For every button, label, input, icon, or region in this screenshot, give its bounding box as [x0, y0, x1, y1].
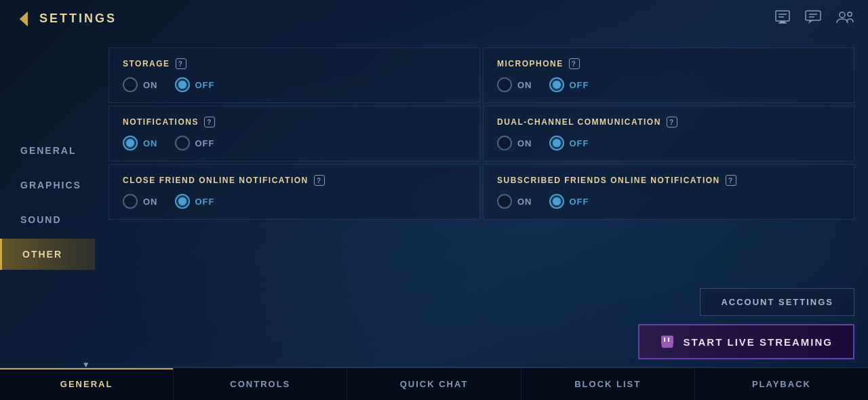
settings-grid: STORAGE ? ON OFF MICROPHONE ? [108, 47, 854, 220]
svg-rect-6 [806, 11, 821, 20]
bottom-tabs: ▼ GENERAL CONTROLS QUICK CHAT BLOCK LIST… [0, 367, 868, 400]
sidebar-item-other[interactable]: OTHER [0, 239, 95, 270]
dual-channel-help-icon[interactable]: ? [667, 117, 677, 127]
chat-icon[interactable] [804, 9, 822, 28]
svg-point-10 [840, 12, 845, 18]
tab-block-list[interactable]: BLOCK LIST [521, 368, 695, 400]
microphone-off-option[interactable]: OFF [549, 77, 589, 92]
close-friend-radio-group: ON OFF [123, 194, 466, 209]
sidebar-item-graphics[interactable]: GRAPHICS [0, 169, 95, 201]
subscribed-friends-on-option[interactable]: ON [497, 194, 532, 209]
dual-channel-on-label: ON [517, 138, 532, 148]
microphone-off-radio[interactable] [549, 77, 564, 92]
dual-channel-title: DUAL-CHANNEL COMMUNICATION ? [497, 117, 840, 127]
sidebar-item-general[interactable]: GENERAL [0, 135, 95, 166]
mission-icon[interactable] [774, 9, 791, 28]
notifications-on-label: ON [143, 138, 158, 148]
notifications-off-radio[interactable] [175, 136, 190, 151]
microphone-radio-group: ON OFF [497, 77, 840, 92]
notifications-off-option[interactable]: OFF [175, 136, 215, 151]
subscribed-friends-help-icon[interactable]: ? [726, 175, 736, 186]
dual-channel-off-label: OFF [570, 138, 589, 148]
svg-marker-0 [20, 12, 27, 26]
friends-icon[interactable] [835, 9, 854, 28]
dual-channel-off-radio[interactable] [549, 136, 564, 151]
storage-off-label: OFF [195, 80, 215, 90]
notifications-setting: NOTIFICATIONS ? ON OFF [108, 106, 480, 161]
storage-help-icon[interactable]: ? [176, 58, 186, 69]
tab-quick-chat[interactable]: QUICK CHAT [347, 368, 521, 400]
storage-setting: STORAGE ? ON OFF [108, 47, 480, 103]
storage-on-label: ON [143, 80, 158, 90]
microphone-setting: MICROPHONE ? ON OFF [483, 47, 854, 103]
notifications-help-icon[interactable]: ? [204, 117, 215, 127]
subscribed-friends-title: SUBSCRIBED FRIENDS ONLINE NOTIFICATION ? [497, 175, 840, 186]
microphone-off-label: OFF [570, 80, 589, 90]
sidebar: GENERAL GRAPHICS SOUND OTHER [0, 37, 95, 367]
notifications-on-radio[interactable] [123, 136, 138, 151]
svg-rect-13 [664, 338, 665, 342]
storage-on-radio[interactable] [123, 77, 138, 92]
dual-channel-setting: DUAL-CHANNEL COMMUNICATION ? ON OFF [483, 106, 854, 161]
subscribed-friends-on-label: ON [517, 197, 532, 207]
sidebar-item-sound[interactable]: SOUND [0, 204, 95, 235]
close-friend-setting: CLOSE FRIEND ONLINE NOTIFICATION ? ON OF… [108, 164, 480, 220]
subscribed-friends-off-radio[interactable] [549, 194, 564, 209]
tab-controls[interactable]: CONTROLS [174, 368, 347, 400]
microphone-on-label: ON [517, 80, 532, 90]
microphone-on-radio[interactable] [497, 77, 512, 92]
storage-off-radio[interactable] [175, 77, 190, 92]
storage-radio-group: ON OFF [123, 77, 466, 92]
settings-title: SETTINGS [39, 12, 117, 26]
subscribed-friends-setting: SUBSCRIBED FRIENDS ONLINE NOTIFICATION ?… [483, 164, 854, 220]
close-friend-on-radio[interactable] [123, 194, 138, 209]
tab-chevron-icon: ▼ [82, 360, 92, 369]
dual-channel-off-option[interactable]: OFF [549, 136, 589, 151]
subscribed-friends-radio-group: ON OFF [497, 194, 840, 209]
back-button[interactable]: SETTINGS [14, 9, 117, 28]
dual-channel-on-radio[interactable] [497, 136, 512, 151]
subscribed-friends-on-radio[interactable] [497, 194, 512, 209]
svg-rect-14 [668, 338, 669, 342]
subscribed-friends-off-option[interactable]: OFF [549, 194, 589, 209]
bottom-actions: ACCOUNT SETTINGS START LIVE STREAMING [638, 288, 854, 359]
close-friend-on-option[interactable]: ON [123, 194, 158, 209]
notifications-off-label: OFF [195, 138, 215, 148]
close-friend-off-label: OFF [195, 197, 215, 207]
header-icons [774, 9, 854, 28]
svg-marker-15 [661, 345, 673, 348]
microphone-title: MICROPHONE ? [497, 58, 840, 69]
header: SETTINGS [0, 0, 868, 37]
tab-playback[interactable]: PLAYBACK [695, 368, 868, 400]
tab-general[interactable]: ▼ GENERAL [0, 368, 174, 400]
twitch-icon [660, 335, 675, 348]
storage-off-option[interactable]: OFF [175, 77, 215, 92]
microphone-on-option[interactable]: ON [497, 77, 532, 92]
svg-point-11 [848, 12, 852, 16]
notifications-radio-group: ON OFF [123, 136, 466, 151]
subscribed-friends-off-label: OFF [570, 197, 589, 207]
close-friend-off-radio[interactable] [175, 194, 190, 209]
close-friend-help-icon[interactable]: ? [314, 175, 325, 186]
close-friend-title: CLOSE FRIEND ONLINE NOTIFICATION ? [123, 175, 466, 186]
notifications-title: NOTIFICATIONS ? [123, 117, 466, 127]
dual-channel-radio-group: ON OFF [497, 136, 840, 151]
storage-on-option[interactable]: ON [123, 77, 158, 92]
close-friend-on-label: ON [143, 197, 158, 207]
notifications-on-option[interactable]: ON [123, 136, 158, 151]
streaming-button[interactable]: START LIVE STREAMING [638, 324, 854, 359]
account-settings-button[interactable]: ACCOUNT SETTINGS [700, 288, 854, 316]
microphone-help-icon[interactable]: ? [569, 58, 580, 69]
dual-channel-on-option[interactable]: ON [497, 136, 532, 151]
close-friend-off-option[interactable]: OFF [175, 194, 215, 209]
svg-rect-12 [661, 336, 673, 345]
back-chevron-icon [14, 9, 33, 28]
storage-title: STORAGE ? [123, 58, 466, 69]
svg-rect-1 [776, 11, 789, 21]
